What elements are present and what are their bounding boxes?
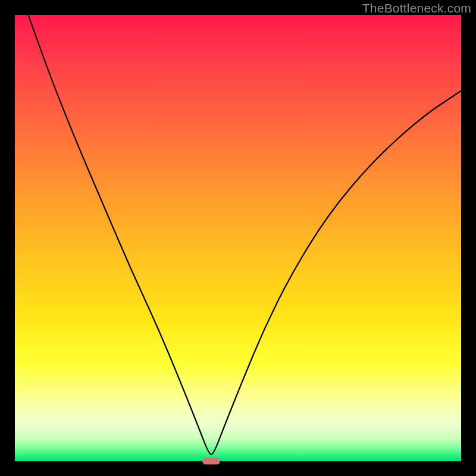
plot-area	[15, 15, 461, 461]
chart-frame: TheBottleneck.com	[0, 0, 476, 476]
bottleneck-curve	[15, 15, 461, 461]
watermark-text: TheBottleneck.com	[362, 1, 471, 15]
optimum-marker	[202, 458, 220, 465]
